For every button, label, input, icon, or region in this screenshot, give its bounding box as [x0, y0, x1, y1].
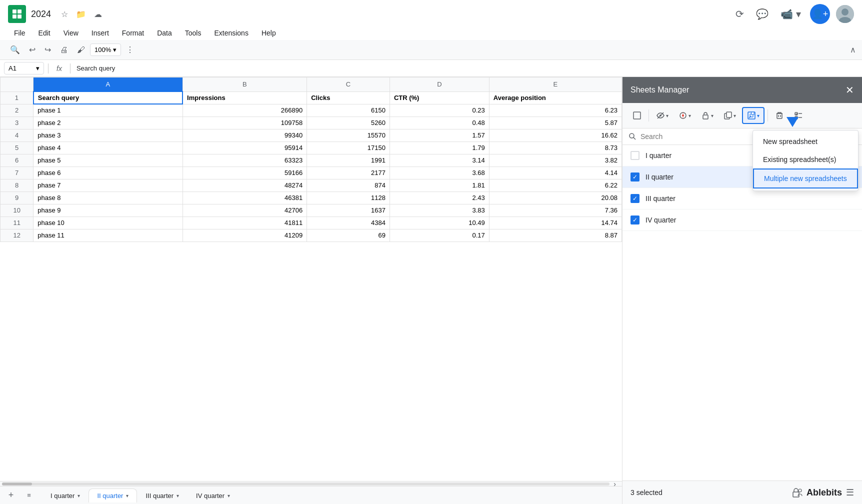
menu-data[interactable]: Data — [151, 26, 178, 40]
color-btn[interactable]: ▾ — [674, 108, 695, 123]
cell-c10[interactable]: 1637 — [307, 204, 390, 216]
menu-tools[interactable]: Tools — [179, 26, 208, 40]
cell-d8[interactable]: 1.81 — [390, 179, 489, 192]
cell-b9[interactable]: 46381 — [182, 192, 307, 204]
footer-menu-btn[interactable]: ☰ — [846, 487, 854, 498]
cell-d9[interactable]: 2.43 — [390, 192, 489, 204]
cell-c8[interactable]: 874 — [307, 179, 390, 192]
cell-b2[interactable]: 266890 — [182, 104, 307, 116]
cell-e8[interactable]: 6.22 — [489, 179, 622, 192]
sheets-manager-close-btn[interactable]: ✕ — [846, 84, 854, 96]
cell-d3[interactable]: 0.48 — [390, 116, 489, 129]
cell-d11[interactable]: 10.49 — [390, 216, 489, 229]
cell-c5[interactable]: 17150 — [307, 142, 390, 154]
horizontal-scrollbar[interactable]: › — [0, 481, 622, 486]
cell-c2[interactable]: 6150 — [307, 104, 390, 116]
sheet-checkbox-i-quarter[interactable] — [630, 151, 640, 160]
folder-icon[interactable]: 📁 — [74, 8, 88, 21]
search-tool-btn[interactable]: 🔍 — [6, 42, 24, 58]
menu-view[interactable]: View — [58, 26, 84, 40]
cell-e7[interactable]: 4.14 — [489, 166, 622, 179]
cell-d7[interactable]: 3.68 — [390, 166, 489, 179]
cell-a11[interactable]: phase 10 — [34, 216, 182, 229]
cell-a2[interactable]: phase 1 — [34, 104, 182, 116]
cell-d6[interactable]: 3.14 — [390, 154, 489, 166]
print-btn[interactable]: 🖨 — [56, 42, 72, 58]
cell-d2[interactable]: 0.23 — [390, 104, 489, 116]
export-btn[interactable]: ▾ — [742, 107, 764, 124]
cell-a10[interactable]: phase 9 — [34, 204, 182, 216]
cell-a12[interactable]: phase 11 — [34, 229, 182, 242]
scroll-thumb[interactable] — [2, 482, 32, 486]
delete-btn[interactable] — [771, 108, 788, 123]
lock-btn[interactable]: ▾ — [697, 108, 718, 123]
col-header-e[interactable]: E — [489, 78, 622, 92]
dropdown-new-spreadsheet[interactable]: New spreadsheet — [753, 132, 858, 150]
star-icon[interactable]: ☆ — [59, 8, 70, 21]
comment-icon[interactable]: 💬 — [753, 5, 772, 23]
cell-e2[interactable]: 6.23 — [489, 104, 622, 116]
menu-help[interactable]: Help — [256, 26, 282, 40]
tab-i-quarter[interactable]: I quarter ▾ — [42, 488, 88, 502]
cell-c4[interactable]: 15570 — [307, 129, 390, 142]
menu-format[interactable]: Format — [116, 26, 150, 40]
cell-d10[interactable]: 3.83 — [390, 204, 489, 216]
cell-c6[interactable]: 1991 — [307, 154, 390, 166]
cell-d12[interactable]: 0.17 — [390, 229, 489, 242]
video-icon[interactable]: 📹 ▾ — [778, 5, 804, 23]
cell-c11[interactable]: 4384 — [307, 216, 390, 229]
cell-c1[interactable]: Clicks — [307, 92, 390, 104]
add-person-button[interactable]: 👤+ — [810, 4, 830, 24]
dropdown-multiple-new-spreadsheets[interactable]: Multiple new spreadsheets — [753, 168, 858, 188]
tab-i-quarter-arrow[interactable]: ▾ — [78, 493, 80, 498]
cell-a4[interactable]: phase 3 — [34, 129, 182, 142]
cell-c12[interactable]: 69 — [307, 229, 390, 242]
cell-a1[interactable]: Search query — [34, 92, 182, 104]
col-header-a[interactable]: A — [34, 78, 182, 92]
cell-c7[interactable]: 2177 — [307, 166, 390, 179]
cell-e5[interactable]: 8.73 — [489, 142, 622, 154]
sheet-checkbox-iv-quarter[interactable]: ✓ — [630, 216, 640, 224]
sheet-container[interactable]: A B C D E 1 Search query Impressions Cli… — [0, 77, 622, 481]
sheet-item-iv-quarter[interactable]: ✓ IV quarter — [622, 210, 862, 231]
cell-a5[interactable]: phase 4 — [34, 142, 182, 154]
cell-b12[interactable]: 41209 — [182, 229, 307, 242]
copy-btn[interactable]: ▾ — [720, 108, 740, 123]
cell-c3[interactable]: 5260 — [307, 116, 390, 129]
cell-d4[interactable]: 1.57 — [390, 129, 489, 142]
visibility-btn[interactable]: ▾ — [652, 108, 672, 123]
redo-btn[interactable]: ↪ — [40, 42, 55, 58]
cell-b5[interactable]: 95914 — [182, 142, 307, 154]
toolbar-collapse-btn[interactable]: ∧ — [850, 45, 856, 54]
col-header-d[interactable]: D — [390, 78, 489, 92]
sheet-menu-btn[interactable]: ≡ — [22, 488, 36, 502]
avatar[interactable] — [836, 5, 854, 23]
col-header-b[interactable]: B — [182, 78, 307, 92]
cell-e10[interactable]: 7.36 — [489, 204, 622, 216]
cell-e1[interactable]: Average position — [489, 92, 622, 104]
cell-b7[interactable]: 59166 — [182, 166, 307, 179]
cell-c9[interactable]: 1128 — [307, 192, 390, 204]
cell-d5[interactable]: 1.79 — [390, 142, 489, 154]
cell-b6[interactable]: 63323 — [182, 154, 307, 166]
tab-iii-quarter-arrow[interactable]: ▾ — [176, 493, 179, 498]
sheet-view-btn[interactable] — [628, 108, 646, 123]
dropdown-existing-spreadsheets[interactable]: Existing spreadsheet(s) — [753, 150, 858, 168]
cell-a8[interactable]: phase 7 — [34, 179, 182, 192]
tab-ii-quarter-arrow[interactable]: ▾ — [126, 493, 128, 498]
format-paint-btn[interactable]: 🖌 — [73, 42, 89, 58]
sheet-item-iii-quarter[interactable]: ✓ III quarter — [622, 188, 862, 210]
tab-iv-quarter-arrow[interactable]: ▾ — [228, 493, 230, 498]
cell-e11[interactable]: 14.74 — [489, 216, 622, 229]
tab-ii-quarter[interactable]: II quarter ▾ — [88, 488, 137, 502]
tab-iv-quarter[interactable]: IV quarter ▾ — [188, 488, 238, 502]
undo-btn[interactable]: ↩ — [25, 42, 40, 58]
cell-a6[interactable]: phase 5 — [34, 154, 182, 166]
menu-edit[interactable]: Edit — [32, 26, 56, 40]
cell-a3[interactable]: phase 2 — [34, 116, 182, 129]
cell-b10[interactable]: 42706 — [182, 204, 307, 216]
cell-e9[interactable]: 20.08 — [489, 192, 622, 204]
sheet-checkbox-iii-quarter[interactable]: ✓ — [630, 194, 640, 203]
cell-e12[interactable]: 8.87 — [489, 229, 622, 242]
cell-b3[interactable]: 109758 — [182, 116, 307, 129]
